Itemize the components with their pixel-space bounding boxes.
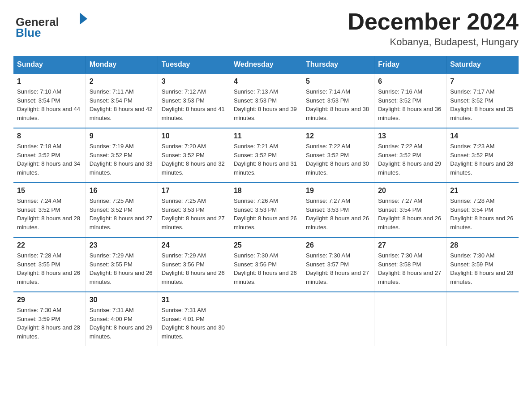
day-number: 9 (90, 132, 154, 140)
day-number: 2 (90, 77, 154, 86)
table-row: 30 Sunrise: 7:31 AM Sunset: 4:00 PM Dayl… (86, 292, 158, 346)
sunset-label: Sunset: 3:52 PM (234, 152, 277, 158)
day-info: Sunrise: 7:30 AM Sunset: 3:59 PM Dayligh… (17, 306, 82, 341)
table-row: 9 Sunrise: 7:19 AM Sunset: 3:52 PM Dayli… (86, 128, 158, 183)
sunrise-label: Sunrise: 7:30 AM (234, 252, 278, 259)
day-info: Sunrise: 7:20 AM Sunset: 3:52 PM Dayligh… (162, 142, 226, 177)
day-number: 30 (90, 296, 154, 304)
daylight-label: Daylight: 8 hours and 42 minutes. (90, 106, 153, 121)
day-number: 13 (378, 132, 442, 140)
daylight-label: Daylight: 8 hours and 30 minutes. (162, 324, 225, 340)
day-info: Sunrise: 7:29 AM Sunset: 3:56 PM Dayligh… (162, 251, 226, 286)
svg-text:Blue: Blue (16, 26, 41, 39)
daylight-label: Daylight: 8 hours and 27 minutes. (306, 270, 369, 285)
col-thursday: Thursday (302, 56, 374, 73)
sunset-label: Sunset: 3:52 PM (378, 97, 421, 104)
day-info: Sunrise: 7:22 AM Sunset: 3:52 PM Dayligh… (306, 142, 370, 177)
day-info: Sunrise: 7:31 AM Sunset: 4:00 PM Dayligh… (90, 306, 154, 341)
daylight-label: Daylight: 8 hours and 26 minutes. (90, 270, 153, 285)
sunset-label: Sunset: 3:55 PM (17, 261, 60, 268)
sunrise-label: Sunrise: 7:30 AM (306, 252, 350, 259)
sunrise-label: Sunrise: 7:29 AM (162, 252, 206, 259)
col-monday: Monday (86, 56, 158, 73)
sunrise-label: Sunrise: 7:24 AM (17, 197, 61, 204)
col-saturday: Saturday (446, 56, 519, 73)
day-number: 4 (234, 77, 298, 86)
sunrise-label: Sunrise: 7:13 AM (234, 88, 278, 95)
sunrise-label: Sunrise: 7:18 AM (17, 143, 61, 150)
calendar-table: Sunday Monday Tuesday Wednesday Thursday… (13, 56, 519, 346)
col-sunday: Sunday (13, 56, 86, 73)
table-row: 1 Sunrise: 7:10 AM Sunset: 3:54 PM Dayli… (13, 73, 86, 128)
day-info: Sunrise: 7:14 AM Sunset: 3:53 PM Dayligh… (306, 87, 370, 122)
table-row: 5 Sunrise: 7:14 AM Sunset: 3:53 PM Dayli… (302, 73, 374, 128)
daylight-label: Daylight: 8 hours and 38 minutes. (306, 106, 369, 121)
table-row: 6 Sunrise: 7:16 AM Sunset: 3:52 PM Dayli… (374, 73, 446, 128)
day-number: 25 (234, 241, 298, 249)
sunset-label: Sunset: 3:59 PM (450, 261, 493, 268)
sunset-label: Sunset: 3:53 PM (234, 206, 277, 213)
sunset-label: Sunset: 3:53 PM (162, 97, 205, 104)
day-info: Sunrise: 7:30 AM Sunset: 3:56 PM Dayligh… (234, 251, 298, 286)
day-info: Sunrise: 7:28 AM Sunset: 3:55 PM Dayligh… (17, 251, 82, 286)
daylight-label: Daylight: 8 hours and 26 minutes. (162, 270, 225, 285)
table-row: 8 Sunrise: 7:18 AM Sunset: 3:52 PM Dayli… (13, 128, 86, 183)
daylight-label: Daylight: 8 hours and 26 minutes. (450, 215, 513, 231)
day-info: Sunrise: 7:31 AM Sunset: 4:01 PM Dayligh… (162, 306, 226, 341)
table-row: 7 Sunrise: 7:17 AM Sunset: 3:52 PM Dayli… (446, 73, 519, 128)
day-number: 15 (17, 187, 82, 195)
sunset-label: Sunset: 3:59 PM (17, 316, 60, 322)
day-number: 7 (450, 77, 515, 86)
daylight-label: Daylight: 8 hours and 26 minutes. (306, 215, 369, 231)
table-row (446, 292, 519, 346)
table-row: 24 Sunrise: 7:29 AM Sunset: 3:56 PM Dayl… (158, 237, 230, 292)
table-row: 18 Sunrise: 7:26 AM Sunset: 3:53 PM Dayl… (230, 183, 302, 237)
sunset-label: Sunset: 3:54 PM (90, 97, 133, 104)
table-row: 26 Sunrise: 7:30 AM Sunset: 3:57 PM Dayl… (302, 237, 374, 292)
calendar-header: Sunday Monday Tuesday Wednesday Thursday… (13, 56, 519, 73)
sunset-label: Sunset: 3:57 PM (306, 261, 349, 268)
sunrise-label: Sunrise: 7:30 AM (17, 307, 61, 313)
calendar-body: 1 Sunrise: 7:10 AM Sunset: 3:54 PM Dayli… (13, 73, 519, 346)
sunrise-label: Sunrise: 7:28 AM (450, 197, 494, 204)
table-row: 11 Sunrise: 7:21 AM Sunset: 3:52 PM Dayl… (230, 128, 302, 183)
sunrise-label: Sunrise: 7:23 AM (450, 143, 494, 150)
day-number: 29 (17, 296, 82, 304)
location: Kobanya, Budapest, Hungary (348, 36, 519, 48)
sunrise-label: Sunrise: 7:31 AM (90, 307, 134, 313)
sunrise-label: Sunrise: 7:20 AM (162, 143, 206, 150)
table-row: 23 Sunrise: 7:29 AM Sunset: 3:55 PM Dayl… (86, 237, 158, 292)
table-row: 16 Sunrise: 7:25 AM Sunset: 3:52 PM Dayl… (86, 183, 158, 237)
sunset-label: Sunset: 3:53 PM (162, 206, 205, 213)
day-number: 28 (450, 241, 515, 249)
sunrise-label: Sunrise: 7:10 AM (17, 88, 61, 95)
day-info: Sunrise: 7:24 AM Sunset: 3:52 PM Dayligh… (17, 197, 82, 231)
day-info: Sunrise: 7:27 AM Sunset: 3:54 PM Dayligh… (378, 197, 442, 231)
table-row (374, 292, 446, 346)
daylight-label: Daylight: 8 hours and 26 minutes. (378, 215, 441, 231)
day-number: 8 (17, 132, 82, 140)
table-row: 22 Sunrise: 7:28 AM Sunset: 3:55 PM Dayl… (13, 237, 86, 292)
col-tuesday: Tuesday (158, 56, 230, 73)
daylight-label: Daylight: 8 hours and 27 minutes. (378, 270, 441, 285)
sunrise-label: Sunrise: 7:30 AM (378, 252, 422, 259)
daylight-label: Daylight: 8 hours and 32 minutes. (162, 160, 225, 176)
sunset-label: Sunset: 3:53 PM (306, 97, 349, 104)
day-info: Sunrise: 7:12 AM Sunset: 3:53 PM Dayligh… (162, 87, 226, 122)
sunrise-label: Sunrise: 7:29 AM (90, 252, 134, 259)
sunset-label: Sunset: 3:52 PM (306, 152, 349, 158)
daylight-label: Daylight: 8 hours and 31 minutes. (234, 160, 297, 176)
day-info: Sunrise: 7:30 AM Sunset: 3:57 PM Dayligh… (306, 251, 370, 286)
svg-marker-1 (80, 13, 87, 25)
logo-svg: General Blue (13, 9, 90, 40)
table-row: 2 Sunrise: 7:11 AM Sunset: 3:54 PM Dayli… (86, 73, 158, 128)
day-number: 26 (306, 241, 370, 249)
day-info: Sunrise: 7:30 AM Sunset: 3:59 PM Dayligh… (450, 251, 515, 286)
sunrise-label: Sunrise: 7:30 AM (450, 252, 494, 259)
day-info: Sunrise: 7:17 AM Sunset: 3:52 PM Dayligh… (450, 87, 515, 122)
day-number: 24 (162, 241, 226, 249)
daylight-label: Daylight: 8 hours and 27 minutes. (90, 215, 153, 231)
day-number: 5 (306, 77, 370, 86)
sunset-label: Sunset: 3:53 PM (306, 206, 349, 213)
sunrise-label: Sunrise: 7:21 AM (234, 143, 278, 150)
